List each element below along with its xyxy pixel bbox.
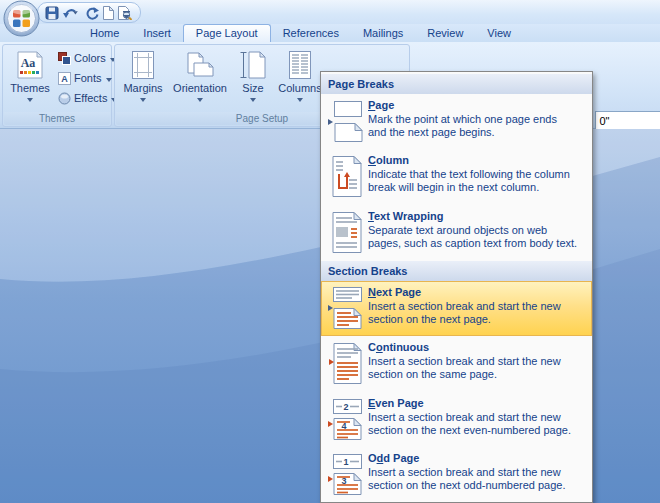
theme-fonts-icon: A [58,72,71,85]
dropdown-arrow-icon [197,98,203,105]
toolbar-more-icon [122,10,131,20]
menu-item-desc: Insert a section break and start the new [368,466,566,479]
menu-item-title: Even Page [368,397,571,410]
margins-icon [129,49,157,81]
menu-item-desc: break will begin in the next column. [368,181,570,194]
menu-item-odd-page[interactable]: 1 3 Odd Page Insert a section break and … [321,447,592,503]
svg-text:Aa: Aa [21,56,36,70]
tab-mailings[interactable]: Mailings [351,25,415,42]
themes-icon: Aa [15,49,45,81]
page-break-icon [328,98,368,149]
menu-item-page[interactable]: Page Mark the point at which one page en… [321,94,592,149]
new-document-icon [102,6,114,20]
new-document-button[interactable] [102,6,114,20]
theme-fonts-button[interactable]: A Fonts [56,68,119,88]
menu-item-desc: section on the same page. [368,368,561,381]
menu-item-title: Continuous [368,341,561,354]
undo-button[interactable] [62,6,82,20]
indent-left-input[interactable] [595,111,660,130]
tab-home[interactable]: Home [78,25,131,42]
menu-section-header-page-breaks: Page Breaks [321,74,592,94]
size-button[interactable]: Size [233,47,273,105]
menu-item-even-page[interactable]: 2 4 Even Page Insert a section break and… [321,392,592,447]
dropdown-arrow-icon [27,98,33,105]
dropdown-arrow-icon [140,98,146,105]
menu-item-desc: and the next page begins. [368,126,557,139]
column-break-icon [328,153,368,204]
continuous-icon [328,340,368,391]
dropdown-arrow-icon [297,98,303,105]
office-button[interactable] [3,0,40,37]
redo-icon [85,6,99,20]
tab-review[interactable]: Review [415,25,475,42]
themes-group: Aa Themes Colors [2,44,112,127]
text-wrapping-icon [328,209,368,260]
tab-view[interactable]: View [475,25,523,42]
menu-item-continuous[interactable]: Continuous Insert a section break and st… [321,336,592,392]
menu-item-title: Page [368,99,557,112]
svg-text:3: 3 [341,476,346,486]
menu-item-desc: Separate text around objects on web [368,224,577,237]
undo-icon [62,6,82,20]
themes-button[interactable]: Aa Themes [5,47,55,105]
dropdown-arrow-icon [250,98,256,105]
margins-button[interactable]: Margins [118,47,168,105]
next-page-icon [328,285,368,336]
tab-references[interactable]: References [271,25,351,42]
ribbon-tab-strip: Home Insert Page Layout References Maili… [0,24,660,42]
menu-item-title: Text Wrapping [368,210,577,223]
redo-button[interactable] [85,6,99,20]
theme-effects-button[interactable]: Effects [56,88,119,108]
themes-small-buttons: Colors A Fonts Effects [56,48,119,108]
menu-item-next-page[interactable]: Next Page Insert a section break and sta… [321,281,592,336]
menu-item-desc: Indicate that the text following the col… [368,168,570,181]
even-page-icon: 2 4 [328,396,368,447]
menu-item-desc: section on the next even-numbered page. [368,424,571,437]
word-application-window: Home Insert Page Layout References Maili… [0,0,660,503]
orientation-icon [185,49,215,81]
menu-item-desc: section on the next odd-numbered page. [368,479,566,492]
menu-item-title: Next Page [368,286,561,299]
orientation-button[interactable]: Orientation [168,47,232,105]
breaks-dropdown-menu: Page Breaks Page Mark the point at which… [320,71,593,503]
svg-text:4: 4 [341,421,346,431]
menu-item-desc: section on the next page. [368,313,561,326]
size-icon [239,49,267,81]
columns-icon [286,49,314,81]
theme-colors-icon [58,52,71,65]
themes-group-label[interactable]: Themes [4,112,110,125]
svg-text:A: A [61,74,68,84]
menu-item-desc: Insert a section break and start the new [368,355,561,368]
menu-item-desc: pages, such as caption text from body te… [368,237,577,250]
tab-insert[interactable]: Insert [131,25,183,42]
menu-item-title: Column [368,154,570,167]
save-button[interactable] [45,6,59,20]
menu-item-column[interactable]: Column Indicate that the text following … [321,149,592,205]
menu-section-header-section-breaks: Section Breaks [321,261,592,281]
svg-text:1: 1 [343,457,348,467]
menu-item-desc: Mark the point at which one page ends [368,113,557,126]
svg-text:2: 2 [343,402,348,412]
menu-item-text-wrapping[interactable]: Text Wrapping Separate text around objec… [321,205,592,261]
save-icon [45,6,59,20]
office-logo-icon [3,0,40,37]
theme-effects-icon [58,92,71,105]
odd-page-icon: 1 3 [328,451,368,502]
customize-quick-access-toolbar-button[interactable] [122,6,131,24]
menu-item-desc: Insert a section break and start the new [368,411,571,424]
dropdown-arrow-icon [106,78,112,85]
menu-item-title: Odd Page [368,452,566,465]
tab-page-layout[interactable]: Page Layout [183,24,271,42]
menu-item-desc: Insert a section break and start the new [368,300,561,313]
theme-colors-button[interactable]: Colors [56,48,119,68]
